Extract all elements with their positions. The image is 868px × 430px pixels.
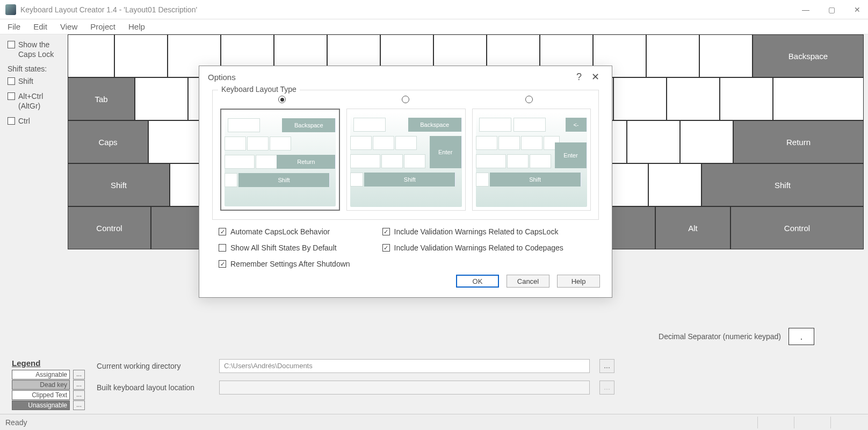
key[interactable] — [720, 77, 773, 120]
layout-thumb-1[interactable]: Backspace Return Shift — [220, 109, 340, 211]
key-ctrl-left[interactable]: Control — [68, 206, 151, 249]
legend-unassignable: Unassignable ... — [12, 400, 205, 410]
menu-edit[interactable]: Edit — [33, 22, 47, 31]
titlebar: Keyboard Layout Creator 1.4 - 'Layout01 … — [0, 0, 868, 19]
cancel-button[interactable]: Cancel — [507, 275, 549, 288]
shift-row[interactable]: Shift — [8, 76, 67, 86]
menubar: File Edit View Project Help — [0, 19, 868, 34]
checkbox-remember[interactable] — [219, 260, 226, 268]
key-alt[interactable]: Alt — [655, 206, 730, 249]
key[interactable] — [135, 77, 188, 120]
show-capslock-label: Show the Caps Lock — [18, 40, 67, 59]
key-shift-left[interactable]: Shift — [68, 163, 170, 206]
built-label: Built keyboard layout location — [97, 383, 209, 392]
built-input — [219, 381, 590, 395]
status-text: Ready — [5, 418, 27, 427]
decimal-separator-label: Decimal Separator (numeric keypad) — [659, 332, 781, 341]
built-browse-button: ... — [599, 381, 614, 395]
checkbox-show-all-shift[interactable] — [219, 244, 226, 252]
ctrl-checkbox[interactable] — [8, 117, 15, 125]
cwd-browse-button[interactable]: ... — [599, 359, 614, 373]
cwd-input[interactable]: C:\Users\Andrés\Documents — [219, 359, 590, 373]
layout-radio-3[interactable] — [525, 96, 533, 103]
check-warn-codepages[interactable]: Include Validation Warnings Related to C… — [382, 243, 563, 252]
options-titlebar: Options ? ✕ — [199, 66, 612, 88]
cwd-row: Current working directory C:\Users\André… — [97, 359, 614, 373]
checkbox-warn-codepages[interactable] — [382, 244, 390, 252]
layout-thumb-2[interactable]: Backspace Enter Shift — [346, 109, 465, 211]
ok-button[interactable]: OK — [456, 275, 499, 288]
show-capslock-row[interactable]: Show the Caps Lock — [8, 40, 67, 59]
options-dialog: Options ? ✕ Keyboard Layout Type Backspa… — [199, 66, 612, 298]
key[interactable] — [114, 34, 168, 77]
legend-assignable-button[interactable]: ... — [73, 370, 85, 379]
decimal-separator-value[interactable]: . — [789, 328, 814, 345]
menu-file[interactable]: File — [8, 22, 20, 31]
menu-project[interactable]: Project — [90, 22, 115, 31]
legend-deadkey-button[interactable]: ... — [73, 380, 85, 390]
cwd-label: Current working directory — [97, 362, 209, 370]
key-tab[interactable]: Tab — [68, 77, 135, 120]
status-seg-2 — [794, 417, 826, 428]
status-seg-3 — [830, 417, 863, 428]
check-warn-caps[interactable]: Include Validation Warnings Related to C… — [382, 227, 563, 236]
altgr-label: Alt+Ctrl (AltGr) — [18, 91, 67, 111]
options-buttons: OK Cancel Help — [199, 271, 612, 297]
key[interactable] — [680, 120, 733, 163]
key[interactable] — [773, 77, 864, 120]
ctrl-row[interactable]: Ctrl — [8, 116, 67, 126]
app-icon — [5, 4, 16, 15]
key[interactable] — [613, 77, 667, 120]
layout-type-fieldset: Keyboard Layout Type Backspace Return — [212, 90, 599, 220]
menu-help[interactable]: Help — [128, 22, 145, 31]
altgr-row[interactable]: Alt+Ctrl (AltGr) — [8, 91, 67, 111]
checkbox-automate-caps[interactable] — [219, 228, 226, 235]
key[interactable] — [627, 120, 680, 163]
key[interactable] — [151, 206, 205, 249]
menu-view[interactable]: View — [60, 22, 77, 31]
ctrl-label: Ctrl — [18, 116, 30, 126]
key-caps[interactable]: Caps — [68, 120, 148, 163]
window-title: Keyboard Layout Creator 1.4 - 'Layout01 … — [20, 5, 800, 14]
key[interactable] — [667, 77, 720, 120]
sidebar: Show the Caps Lock Shift states: Shift A… — [8, 40, 67, 131]
key[interactable] — [648, 163, 701, 206]
key-backspace[interactable]: Backspace — [753, 34, 864, 77]
layout-radios — [220, 96, 591, 103]
check-show-all-shift[interactable]: Show All Shift States By Default — [219, 243, 350, 252]
checkbox-warn-caps[interactable] — [382, 228, 390, 235]
key-shift-right[interactable]: Shift — [701, 163, 864, 206]
key[interactable] — [68, 34, 114, 77]
key-return[interactable]: Return — [733, 120, 864, 163]
layout-radio-2[interactable] — [402, 96, 409, 103]
options-checks: Automate CapsLock Behavior Show All Shif… — [219, 227, 592, 268]
dialog-help-button[interactable]: ? — [571, 71, 587, 83]
help-button[interactable]: Help — [557, 275, 600, 288]
check-automate-caps[interactable]: Automate CapsLock Behavior — [219, 227, 350, 236]
maximize-button[interactable]: ▢ — [826, 5, 837, 14]
key[interactable] — [148, 120, 201, 163]
options-title: Options — [208, 73, 236, 82]
built-row: Built keyboard layout location ... — [97, 381, 614, 395]
status-bar: Ready — [0, 414, 868, 430]
layout-thumbs: Backspace Return Shift Backspace — [220, 109, 591, 211]
minimize-button[interactable]: — — [800, 5, 811, 14]
altgr-checkbox[interactable] — [8, 92, 15, 100]
key[interactable] — [699, 34, 753, 77]
close-button[interactable]: ✕ — [852, 5, 863, 14]
key[interactable] — [646, 34, 699, 77]
legend-unassignable-button[interactable]: ... — [73, 400, 85, 410]
decimal-separator: Decimal Separator (numeric keypad) . — [659, 328, 814, 345]
show-capslock-checkbox[interactable] — [8, 41, 15, 48]
shift-states-header: Shift states: — [8, 64, 67, 73]
check-remember[interactable]: Remember Settings After Shutdown — [219, 260, 350, 268]
dialog-close-button[interactable]: ✕ — [587, 71, 603, 83]
shift-label: Shift — [18, 76, 33, 86]
layout-radio-1[interactable] — [278, 96, 286, 103]
layout-type-legend: Keyboard Layout Type — [218, 85, 300, 94]
shift-checkbox[interactable] — [8, 77, 15, 85]
key-ctrl-right[interactable]: Control — [730, 206, 864, 249]
legend-clipped-button[interactable]: ... — [73, 390, 85, 400]
layout-thumb-3[interactable]: <- Enter Shift — [472, 109, 591, 211]
status-seg-1 — [757, 417, 790, 428]
